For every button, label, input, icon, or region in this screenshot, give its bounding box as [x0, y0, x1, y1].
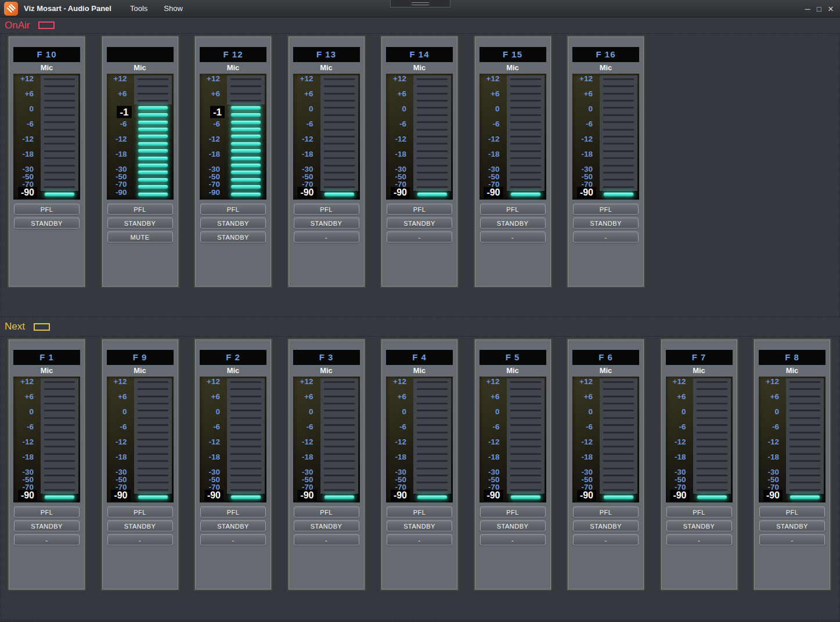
standby-button[interactable]: STANDBY [480, 218, 546, 229]
meter-segment-unlit [41, 450, 78, 457]
standby-button[interactable]: STANDBY [200, 218, 266, 229]
meter-segment-tick [44, 489, 75, 491]
standby-button[interactable]: STANDBY [200, 520, 266, 531]
standby-button[interactable]: STANDBY [666, 520, 732, 531]
meter-segment-unlit [134, 97, 172, 104]
channel-strip-f13: F 13Mic+12+60-6-12-18-30-50-70-90PFLSTAN… [287, 35, 366, 288]
pfl-button[interactable]: PFL [480, 507, 546, 518]
meter-segment-tick [417, 468, 448, 469]
unassigned-button[interactable]: - [294, 232, 359, 243]
meter-segment-unlit [320, 162, 358, 169]
meter-segment-tick [324, 85, 355, 87]
meter-segment-column [600, 378, 637, 501]
peak-value-label: -90 [670, 490, 689, 501]
unassigned-button[interactable]: - [480, 534, 546, 545]
pfl-button[interactable]: PFL [14, 507, 80, 518]
maximize-button[interactable]: □ [813, 5, 825, 13]
meter-segment-lit [227, 104, 265, 111]
meter-lit-bar [230, 149, 261, 153]
unassigned-button[interactable]: - [387, 534, 452, 545]
pfl-button[interactable]: PFL [666, 507, 732, 518]
meter-segment-unlit [600, 97, 637, 104]
meter-segment-tick [230, 475, 261, 476]
meter-segment-tick [138, 489, 168, 491]
meter-segment-unlit [41, 421, 78, 428]
meter-segment-column [413, 75, 451, 198]
channel-strip-f4: F 4Mic+12+60-6-12-18-30-50-70-90PFLSTAND… [380, 338, 459, 591]
meter-segment-tick [44, 424, 75, 426]
standby-button[interactable]: STANDBY [294, 218, 359, 229]
meter-segment-tick [44, 410, 75, 411]
meter-segment-tick [789, 475, 820, 476]
minimize-button[interactable]: ─ [802, 5, 813, 13]
pfl-button[interactable]: PFL [200, 204, 266, 215]
unassigned-button[interactable]: - [294, 534, 359, 545]
vu-meter: +12+60-6-12-18-30-50-70-90-1 [107, 74, 174, 200]
window-title: Viz Mosart - Audio Panel [24, 4, 111, 13]
meter-segment-tick [510, 129, 541, 131]
standby-button[interactable]: STANDBY [387, 520, 452, 531]
unassigned-button[interactable]: - [480, 232, 546, 243]
pfl-button[interactable]: PFL [573, 204, 639, 215]
pfl-button[interactable]: PFL [294, 204, 359, 215]
menu-tools[interactable]: Tools [128, 3, 150, 14]
unassigned-button[interactable]: - [387, 232, 452, 243]
meter-scale-label: -18 [116, 453, 127, 461]
standby-button[interactable]: STANDBY [387, 218, 452, 229]
meter-segment-unlit [134, 414, 172, 421]
channel-buttons: PFLSTANDBY [9, 204, 85, 229]
meter-segment-lit [134, 191, 172, 198]
meter-segment-tick [138, 460, 168, 462]
vu-meter: +12+60-6-12-18-30-50-70-90 [572, 377, 639, 502]
menu-show[interactable]: Show [161, 3, 185, 14]
pfl-button[interactable]: PFL [480, 204, 546, 215]
channel-buttons: PFLSTANDBY- [195, 507, 271, 545]
meter-segment-lit [227, 140, 265, 147]
meter-segment-tick [417, 432, 448, 433]
pfl-button[interactable]: PFL [107, 507, 173, 518]
meter-segment-tick [417, 489, 448, 491]
meter-segment-lit [227, 126, 265, 133]
meter-segment-tick [789, 482, 820, 483]
standby-button[interactable]: STANDBY [200, 232, 266, 243]
pfl-button[interactable]: PFL [14, 204, 80, 215]
standby-button[interactable]: STANDBY [107, 520, 173, 531]
standby-button[interactable]: STANDBY [573, 218, 639, 229]
meter-segment-tick [603, 143, 634, 144]
standby-button[interactable]: STANDBY [759, 520, 825, 531]
meter-segment-unlit [600, 154, 637, 161]
meter-segment-lit [413, 191, 451, 198]
close-button[interactable]: ✕ [825, 5, 837, 13]
pfl-button[interactable]: PFL [573, 507, 639, 518]
pfl-button[interactable]: PFL [387, 507, 452, 518]
pfl-button[interactable]: PFL [294, 507, 359, 518]
pfl-button[interactable]: PFL [759, 507, 825, 518]
channel-buttons: PFLSTANDBY- [568, 204, 644, 243]
mute-button[interactable]: MUTE [107, 232, 173, 243]
pfl-button[interactable]: PFL [387, 204, 452, 215]
unassigned-button[interactable]: - [573, 534, 639, 545]
meter-segment-unlit [320, 400, 358, 407]
meter-segment-tick [417, 172, 448, 173]
standby-button[interactable]: STANDBY [294, 520, 359, 531]
standby-button[interactable]: STANDBY [480, 520, 546, 531]
meter-segment-tick [417, 93, 448, 95]
meter-segment-tick [324, 460, 355, 462]
unassigned-button[interactable]: - [759, 534, 825, 545]
window-drag-tab[interactable] [390, 0, 450, 8]
unassigned-button[interactable]: - [14, 534, 80, 545]
meter-segment-tick [417, 424, 448, 426]
pfl-button[interactable]: PFL [107, 204, 173, 215]
meter-segment-unlit [600, 385, 637, 392]
unassigned-button[interactable]: - [573, 232, 639, 243]
standby-button[interactable]: STANDBY [14, 520, 80, 531]
unassigned-button[interactable]: - [666, 534, 732, 545]
standby-button[interactable]: STANDBY [107, 218, 173, 229]
meter-scale-label: -90 [208, 189, 220, 197]
unassigned-button[interactable]: - [107, 534, 173, 545]
standby-button[interactable]: STANDBY [573, 520, 639, 531]
unassigned-button[interactable]: - [200, 534, 266, 545]
standby-button[interactable]: STANDBY [14, 218, 80, 229]
pfl-button[interactable]: PFL [200, 507, 266, 518]
meter-segment-unlit [413, 169, 451, 176]
